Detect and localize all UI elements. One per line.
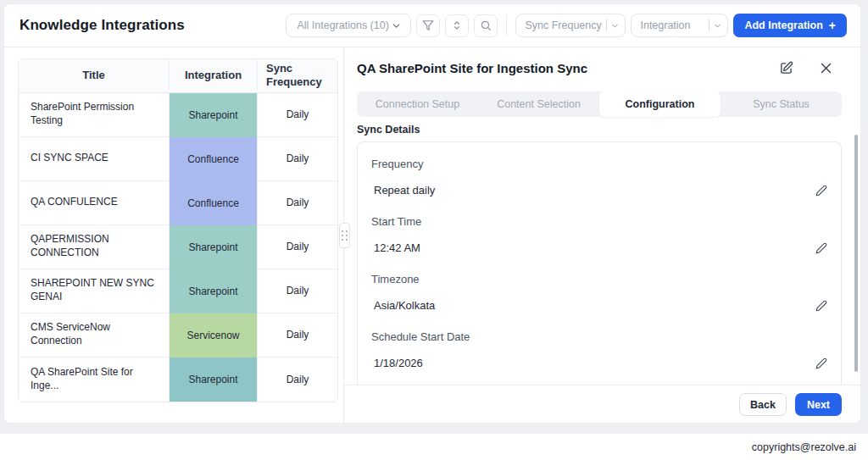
chevron-down-icon	[713, 21, 722, 30]
grip-dots-icon	[342, 230, 348, 241]
sort-button[interactable]	[445, 14, 469, 37]
row-title: QA SharePoint Site for Inge...	[19, 357, 170, 402]
detail-panel-title: QA SharePoint Site for Ingestion Sync	[357, 61, 587, 75]
row-title: CI SYNC SPACE	[19, 137, 170, 181]
row-sync-frequency: Daily	[258, 181, 337, 225]
field-value: 12:42 AM	[374, 241, 420, 254]
pencil-icon	[815, 242, 827, 254]
edit-field-button[interactable]	[815, 185, 827, 197]
field-label: Schedule Start Date	[371, 330, 827, 343]
search-icon	[480, 19, 492, 31]
table-row[interactable]: QA SharePoint Site for Inge... Sharepoin…	[19, 357, 337, 402]
page-title: Knowledge Integrations	[19, 17, 185, 34]
content-area: Title Integration Sync Frequency SharePo…	[4, 47, 860, 424]
filter-button[interactable]	[416, 14, 440, 37]
table-row[interactable]: QA CONFULENCE Confluence Daily	[19, 181, 337, 225]
field-label: Frequency	[371, 158, 827, 170]
tab-content-selection[interactable]: Content Selection	[478, 91, 599, 117]
table-row[interactable]: QAPERMISSION CONNECTION Sharepoint Daily	[19, 225, 337, 269]
edit-button[interactable]	[779, 61, 793, 75]
page-footer: copyrights@rezolve.ai	[0, 434, 868, 460]
field-value: 1/18/2026	[374, 357, 423, 369]
row-sync-frequency: Daily	[258, 137, 337, 181]
table-row[interactable]: CI SYNC SPACE Confluence Daily	[19, 137, 337, 181]
tab-connection-setup[interactable]: Connection Setup	[357, 91, 478, 117]
integration-badge: Confluence	[170, 137, 258, 181]
row-sync-frequency: Daily	[258, 313, 337, 357]
column-header-title[interactable]: Title	[19, 59, 170, 90]
integration-filter[interactable]: Integration	[631, 14, 728, 37]
field-value: Repeat daily	[374, 184, 435, 197]
chevrons-up-down-icon	[451, 19, 463, 31]
integration-badge: Confluence	[170, 181, 258, 225]
table-header: Title Integration Sync Frequency	[19, 59, 337, 93]
integration-badge: Sharepoint	[170, 357, 258, 402]
sync-details-card: Frequency Repeat daily Start Time 12:42 …	[357, 141, 842, 385]
sync-detail-field: Start Time 12:42 AM	[358, 215, 841, 254]
row-title: QAPERMISSION CONNECTION	[19, 225, 170, 269]
chevron-down-icon	[391, 20, 402, 31]
edit-field-button[interactable]	[815, 300, 827, 312]
field-value: Asia/Kolkata	[374, 299, 435, 312]
next-button[interactable]: Next	[795, 393, 842, 416]
tab-configuration[interactable]: Configuration	[599, 91, 721, 117]
copyright-text: copyrights@rezolve.ai	[752, 441, 856, 453]
tab-sync-status[interactable]: Sync Status	[721, 91, 842, 117]
table-row[interactable]: SharePoint Permission Testing Sharepoint…	[19, 93, 337, 137]
row-sync-frequency: Daily	[258, 357, 337, 402]
back-button[interactable]: Back	[739, 393, 787, 416]
all-integrations-dropdown[interactable]: All Integrations (10)	[286, 14, 411, 37]
integration-badge: Sharepoint	[170, 269, 258, 313]
combo-separator	[606, 19, 607, 31]
search-button[interactable]	[474, 14, 498, 37]
row-sync-frequency: Daily	[258, 93, 337, 137]
edit-field-button[interactable]	[815, 357, 827, 369]
panel-footer: Back Next	[344, 385, 860, 424]
table-row[interactable]: CMS ServiceNow Connection Servicenow Dai…	[19, 313, 337, 357]
sync-frequency-filter[interactable]: Sync Frequency	[515, 14, 626, 37]
section-title: Sync Details	[357, 124, 842, 136]
sync-detail-field: Frequency Repeat daily	[358, 158, 841, 197]
row-title: SHAREPOINT NEW SYNC GENAI	[19, 269, 170, 313]
chevron-down-icon	[610, 21, 620, 30]
detail-panel: QA SharePoint Site for Ingestion Sync Co…	[344, 47, 860, 424]
row-sync-frequency: Daily	[258, 269, 337, 313]
sync-frequency-filter-label: Sync Frequency	[525, 19, 601, 31]
add-integration-label: Add Integration	[744, 19, 822, 31]
integration-badge: Servicenow	[170, 313, 258, 357]
integration-filter-label: Integration	[640, 19, 690, 31]
panel-scrollbar[interactable]	[854, 135, 858, 372]
integration-badge: Sharepoint	[170, 93, 258, 137]
add-integration-button[interactable]: Add Integration +	[733, 14, 847, 37]
row-title: CMS ServiceNow Connection	[19, 313, 170, 357]
all-integrations-label: All Integrations (10)	[297, 19, 388, 31]
integrations-list-pane: Title Integration Sync Frequency SharePo…	[4, 47, 344, 424]
column-header-sync-frequency[interactable]: Sync Frequency	[258, 59, 337, 92]
pencil-icon	[815, 185, 827, 197]
row-title: QA CONFULENCE	[19, 181, 170, 225]
detail-panel-header: QA SharePoint Site for Ingestion Sync	[357, 61, 842, 75]
app-card: Knowledge Integrations All Integrations …	[3, 3, 861, 424]
plus-icon: +	[829, 19, 836, 32]
edit-icon	[779, 61, 793, 75]
row-sync-frequency: Daily	[258, 225, 337, 269]
close-icon	[819, 61, 833, 75]
table-body: SharePoint Permission Testing Sharepoint…	[19, 93, 337, 402]
row-title: SharePoint Permission Testing	[19, 93, 170, 137]
pencil-icon	[815, 357, 827, 369]
funnel-icon	[422, 19, 434, 31]
sync-detail-field: Timezone Asia/Kolkata	[358, 273, 841, 312]
close-button[interactable]	[819, 61, 833, 75]
integrations-table: Title Integration Sync Frequency SharePo…	[18, 58, 338, 402]
tab-bar: Connection Setup Content Selection Confi…	[357, 91, 842, 117]
field-label: Timezone	[371, 273, 827, 285]
column-header-integration[interactable]: Integration	[170, 59, 258, 90]
toolbar-divider	[506, 15, 507, 36]
edit-field-button[interactable]	[815, 242, 827, 254]
pane-resize-handle[interactable]	[339, 223, 350, 248]
table-row[interactable]: SHAREPOINT NEW SYNC GENAI Sharepoint Dai…	[19, 269, 337, 313]
integration-badge: Sharepoint	[170, 225, 258, 269]
top-bar: Knowledge Integrations All Integrations …	[4, 4, 860, 47]
pencil-icon	[815, 300, 827, 312]
sync-detail-field: Schedule Start Date 1/18/2026	[358, 330, 841, 369]
